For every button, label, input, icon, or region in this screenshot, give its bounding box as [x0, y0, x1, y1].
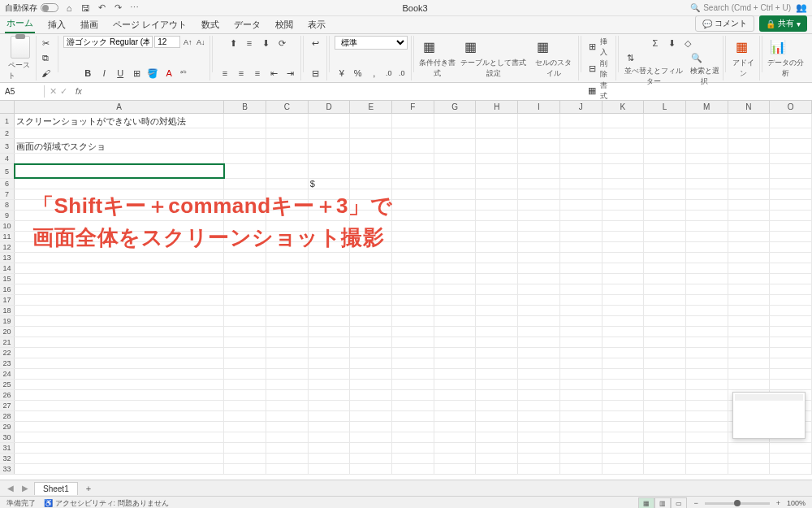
cell[interactable] — [603, 306, 645, 315]
cell[interactable] — [15, 253, 224, 263]
cell[interactable] — [603, 164, 645, 178]
cell[interactable] — [686, 221, 728, 231]
cell[interactable] — [350, 337, 392, 347]
zoom-slider[interactable] — [705, 502, 770, 505]
cell[interactable] — [644, 401, 686, 410]
cell[interactable] — [518, 316, 560, 326]
tab-view[interactable]: 表示 — [306, 16, 327, 33]
cell[interactable] — [518, 179, 560, 189]
font-size-select[interactable] — [154, 36, 180, 48]
cell[interactable] — [728, 232, 771, 241]
cell[interactable] — [476, 348, 518, 358]
cell[interactable] — [350, 348, 392, 358]
cell[interactable] — [518, 337, 560, 347]
cell[interactable] — [392, 369, 434, 379]
cell[interactable] — [644, 422, 686, 432]
cell[interactable] — [603, 128, 645, 138]
cell[interactable] — [644, 114, 686, 128]
cell[interactable] — [728, 253, 771, 263]
cell[interactable] — [603, 369, 645, 379]
cell[interactable] — [728, 221, 771, 231]
cell[interactable] — [350, 464, 392, 474]
cell[interactable] — [309, 443, 351, 453]
cell[interactable] — [518, 242, 560, 252]
cell[interactable] — [770, 154, 812, 163]
cell[interactable] — [266, 164, 309, 178]
cell[interactable] — [476, 316, 518, 326]
undo-icon[interactable]: ↶ — [96, 2, 107, 14]
row-header[interactable]: 3 — [0, 139, 15, 153]
cell[interactable] — [686, 189, 728, 199]
addins-button[interactable]: ▦アドイン — [731, 36, 755, 79]
row-header[interactable]: 1 — [0, 114, 15, 128]
cell[interactable] — [309, 316, 351, 326]
align-right-icon[interactable]: ≡ — [250, 66, 265, 80]
cell[interactable] — [15, 327, 224, 336]
comma-icon[interactable]: , — [367, 66, 382, 80]
cell[interactable] — [224, 284, 266, 294]
cell[interactable] — [644, 411, 686, 421]
font-color-button[interactable]: A — [162, 66, 176, 80]
cell[interactable] — [518, 114, 560, 128]
cell[interactable] — [434, 327, 477, 336]
row-header[interactable]: 12 — [0, 242, 15, 252]
cell[interactable] — [476, 154, 518, 163]
cell[interactable] — [392, 164, 434, 178]
cell[interactable] — [266, 337, 309, 347]
cell[interactable] — [560, 221, 603, 231]
cell[interactable] — [224, 443, 266, 453]
cell[interactable] — [686, 432, 728, 442]
cell[interactable] — [350, 422, 392, 432]
cell[interactable] — [770, 179, 812, 189]
row-header[interactable]: 7 — [0, 189, 15, 199]
cell[interactable] — [15, 369, 224, 379]
cell[interactable] — [266, 401, 309, 410]
cell[interactable] — [686, 327, 728, 336]
cell[interactable] — [686, 422, 728, 432]
cell[interactable] — [309, 327, 351, 336]
cell[interactable] — [266, 253, 309, 263]
cell[interactable] — [15, 179, 224, 189]
row-header[interactable]: 6 — [0, 179, 15, 189]
cell[interactable] — [266, 390, 309, 400]
cell[interactable] — [686, 464, 728, 474]
cell[interactable] — [15, 274, 224, 284]
cell[interactable] — [518, 284, 560, 294]
cell[interactable] — [224, 369, 266, 379]
row-header[interactable]: 22 — [0, 348, 15, 358]
cell[interactable] — [560, 189, 603, 199]
cell[interactable] — [392, 358, 434, 368]
col-header[interactable]: F — [392, 101, 434, 113]
cell[interactable] — [350, 139, 392, 153]
cell[interactable] — [434, 139, 477, 153]
cell[interactable] — [560, 295, 603, 305]
cell[interactable] — [392, 114, 434, 128]
share-people-icon[interactable]: 👥 — [796, 2, 807, 14]
cell[interactable] — [603, 348, 645, 358]
cell[interactable] — [266, 443, 309, 453]
tab-formulas[interactable]: 数式 — [200, 16, 221, 33]
cell[interactable] — [644, 454, 686, 463]
cell[interactable] — [603, 114, 645, 128]
cell[interactable] — [309, 348, 351, 358]
find-select-button[interactable]: 🔍検索と選択 — [689, 50, 720, 87]
autosum-icon[interactable]: Σ — [648, 36, 663, 50]
cell[interactable] — [434, 128, 477, 138]
cell[interactable] — [686, 454, 728, 463]
cell[interactable] — [603, 139, 645, 153]
row-header[interactable]: 15 — [0, 274, 15, 284]
italic-button[interactable]: I — [97, 66, 111, 80]
cell[interactable] — [309, 284, 351, 294]
cell[interactable] — [476, 263, 518, 273]
cell[interactable] — [476, 401, 518, 410]
insert-cells-button[interactable]: ⊞挿入 — [586, 36, 612, 58]
cell[interactable] — [392, 390, 434, 400]
cell[interactable] — [560, 114, 603, 128]
bold-button[interactable]: B — [80, 66, 95, 80]
cell[interactable] — [434, 464, 477, 474]
cell[interactable] — [224, 200, 266, 210]
cell[interactable] — [15, 284, 224, 294]
cell[interactable] — [392, 401, 434, 410]
cell[interactable] — [15, 443, 224, 453]
row-header[interactable]: 31 — [0, 443, 15, 453]
